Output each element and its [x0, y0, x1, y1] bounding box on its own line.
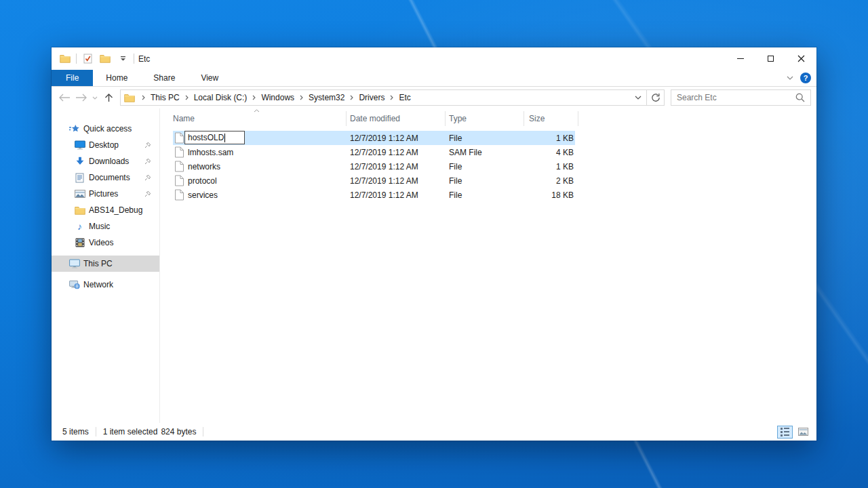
column-divider[interactable]	[524, 111, 524, 126]
pin-icon	[144, 174, 151, 181]
close-button[interactable]	[786, 47, 816, 70]
up-button[interactable]	[100, 89, 117, 106]
refresh-button[interactable]	[646, 90, 664, 105]
navigation-pane: Quick access Desktop Downloads	[52, 108, 160, 423]
file-type: File	[449, 190, 462, 200]
file-row-hostsOLD[interactable]: hostsOLD 12/7/2019 1:12 AM File 1 KB	[160, 131, 816, 145]
file-size: 2 KB	[472, 176, 574, 186]
file-type: File	[449, 134, 462, 143]
refresh-icon	[651, 93, 660, 102]
file-row-networks[interactable]: networks 12/7/2019 1:12 AM File 1 KB	[160, 159, 816, 174]
sidebar-item-downloads[interactable]: Downloads	[52, 153, 159, 169]
tab-file[interactable]: File	[52, 70, 93, 86]
music-icon: ♪	[74, 222, 85, 231]
sidebar-item-network[interactable]: Network	[52, 277, 159, 293]
thumbnail-view-button[interactable]	[795, 426, 811, 439]
column-header-type[interactable]: Type	[449, 114, 467, 123]
file-row-services[interactable]: services 12/7/2019 1:12 AM File 18 KB	[160, 188, 816, 202]
rename-input[interactable]: hostsOLD	[184, 131, 245, 144]
file-row-lmhosts[interactable]: lmhosts.sam 12/7/2019 1:12 AM SAM File 4…	[160, 145, 816, 159]
quick-access-star-icon	[68, 124, 80, 134]
sidebar-item-documents[interactable]: Documents	[52, 169, 159, 186]
back-arrow-icon	[58, 94, 71, 102]
new-folder-icon[interactable]	[98, 52, 112, 66]
tab-home[interactable]: Home	[93, 70, 140, 86]
file-type: File	[449, 176, 462, 186]
breadcrumb-drivers[interactable]: Drivers	[359, 93, 384, 102]
help-icon[interactable]: ?	[800, 73, 811, 83]
breadcrumb-windows[interactable]: Windows	[261, 93, 294, 102]
documents-icon	[74, 173, 85, 183]
videos-icon	[74, 238, 85, 247]
maximize-button[interactable]	[755, 47, 786, 70]
navigation-bar: This PC Local Disk (C:) Windows System32…	[52, 87, 816, 108]
tab-share[interactable]: Share	[140, 70, 188, 86]
minimize-button[interactable]	[725, 47, 755, 70]
breadcrumb-etc[interactable]: Etc	[399, 93, 410, 102]
breadcrumb-chevron-icon[interactable]	[247, 95, 261, 100]
thumbnail-view-icon	[798, 428, 808, 436]
file-icon	[174, 132, 184, 144]
selection-count: 1 item selected	[103, 427, 158, 436]
address-dropdown-chevron-icon[interactable]	[630, 90, 646, 105]
breadcrumb-chevron-icon[interactable]	[344, 95, 359, 100]
column-divider[interactable]	[445, 111, 446, 126]
sidebar-item-desktop[interactable]: Desktop	[52, 137, 159, 153]
network-icon	[68, 280, 80, 289]
close-icon	[797, 55, 805, 62]
column-header-date-modified[interactable]: Date modified	[350, 114, 400, 123]
customize-toolbar-chevron-icon[interactable]	[116, 52, 130, 66]
expand-ribbon-chevron-icon[interactable]	[787, 76, 793, 80]
file-list-pane: Name Date modified Type Size hostsOLD	[160, 108, 816, 423]
details-view-button[interactable]	[777, 426, 793, 439]
file-row-protocol[interactable]: protocol 12/7/2019 1:12 AM File 2 KB	[160, 174, 816, 188]
sidebar-item-music[interactable]: ♪ Music	[52, 218, 159, 235]
column-divider[interactable]	[578, 111, 578, 126]
search-box[interactable]	[671, 89, 811, 106]
file-size: 18 KB	[472, 190, 574, 200]
breadcrumb-chevron-icon[interactable]	[180, 95, 194, 100]
sidebar-item-quick-access[interactable]: Quick access	[52, 121, 159, 137]
file-explorer-window: Etc File Home Share View ?	[52, 47, 816, 441]
desktop-icon	[74, 140, 85, 150]
breadcrumb-chevron-icon[interactable]	[136, 95, 151, 100]
sidebar-item-abs14-debug[interactable]: ABS14_Debug	[52, 202, 159, 218]
pin-icon	[144, 190, 151, 197]
file-name: networks	[188, 162, 220, 171]
selection-size: 824 bytes	[161, 427, 196, 436]
breadcrumb-system32[interactable]: System32	[309, 93, 344, 102]
address-bar[interactable]: This PC Local Disk (C:) Windows System32…	[120, 89, 665, 106]
back-button[interactable]	[56, 89, 73, 106]
search-input[interactable]	[671, 91, 790, 104]
location-folder-icon	[121, 94, 136, 102]
file-size: 1 KB	[472, 162, 574, 171]
breadcrumb-local-disk[interactable]: Local Disk (C:)	[194, 93, 248, 102]
breadcrumb-chevron-icon[interactable]	[294, 95, 309, 100]
sidebar-item-videos[interactable]: Videos	[52, 235, 159, 251]
app-folder-icon	[58, 52, 72, 66]
file-date: 12/7/2019 1:12 AM	[350, 148, 418, 157]
recent-locations-button[interactable]	[90, 89, 100, 106]
pictures-icon	[74, 190, 85, 198]
column-header-size[interactable]: Size	[529, 114, 545, 123]
quick-access-toolbar	[52, 52, 134, 66]
sidebar-item-pictures[interactable]: Pictures	[52, 186, 159, 202]
file-size: 4 KB	[472, 148, 574, 157]
column-header-name[interactable]: Name	[173, 114, 195, 123]
maximize-icon	[768, 56, 774, 62]
file-icon	[174, 146, 184, 158]
forward-arrow-icon	[75, 94, 87, 102]
properties-check-icon[interactable]	[81, 52, 94, 66]
file-date: 12/7/2019 1:12 AM	[350, 176, 418, 186]
file-name: services	[188, 190, 218, 200]
breadcrumb-chevron-icon[interactable]	[384, 95, 399, 100]
file-icon	[174, 161, 184, 172]
up-arrow-icon	[104, 94, 113, 102]
column-divider[interactable]	[346, 111, 347, 126]
search-icon[interactable]	[790, 93, 810, 102]
forward-button[interactable]	[73, 89, 90, 106]
toolbar-separator	[76, 54, 77, 64]
sidebar-item-this-pc[interactable]: This PC	[52, 256, 159, 272]
breadcrumb-this-pc[interactable]: This PC	[151, 93, 180, 102]
tab-view[interactable]: View	[188, 70, 231, 86]
